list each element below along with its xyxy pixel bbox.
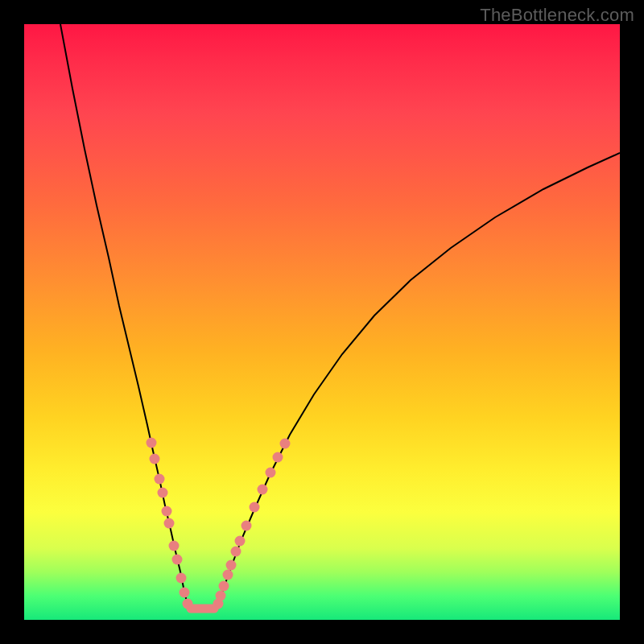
data-marker: [164, 518, 175, 529]
chart-area: [24, 24, 620, 620]
data-marker: [155, 474, 165, 485]
data-marker: [216, 591, 226, 601]
data-marker: [147, 438, 157, 448]
data-marker: [242, 521, 252, 531]
data-marker: [219, 581, 229, 592]
data-marker: [273, 452, 283, 463]
data-marker: [280, 439, 291, 449]
data-marker: [169, 541, 180, 551]
data-marker: [180, 588, 190, 598]
data-marker: [266, 468, 276, 478]
data-marker: [223, 570, 233, 580]
watermark-text: TheBottleneck.com: [480, 5, 634, 26]
data-marker: [231, 547, 242, 557]
data-marker: [158, 488, 168, 498]
data-marker: [176, 573, 187, 584]
data-markers: [147, 438, 291, 609]
data-marker: [258, 485, 268, 495]
bottleneck-curve-plot: [24, 24, 620, 620]
data-marker: [162, 506, 172, 517]
curve-right: [217, 153, 620, 605]
data-marker: [150, 454, 160, 464]
data-marker: [172, 555, 183, 565]
data-marker: [250, 502, 260, 513]
data-marker: [226, 560, 237, 571]
data-marker: [235, 536, 246, 547]
